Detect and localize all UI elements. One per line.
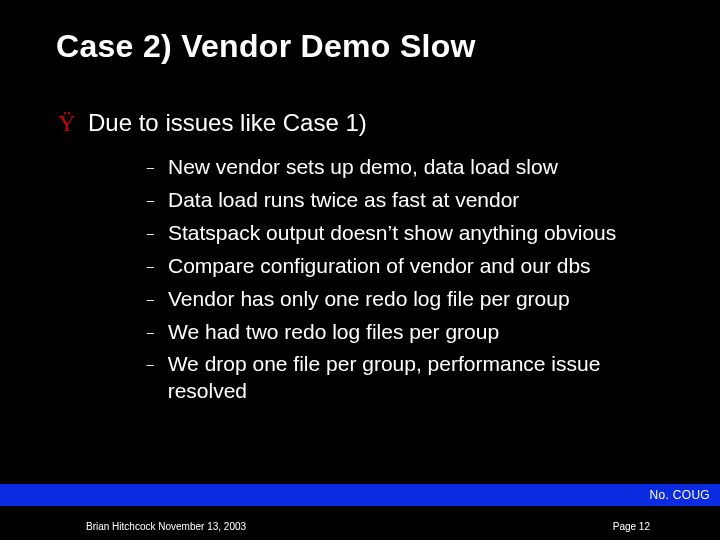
list-item-text: Vendor has only one redo log file per gr… (168, 286, 570, 313)
list-item: – Compare configuration of vendor and ou… (146, 253, 664, 280)
list-item-text: Data load runs twice as fast at vendor (168, 187, 519, 214)
slide: Case 2) Vendor Demo Slow Ÿ Due to issues… (0, 0, 720, 540)
slide-title: Case 2) Vendor Demo Slow (0, 0, 720, 65)
list-item: – We had two redo log files per group (146, 319, 664, 346)
dash-icon: – (146, 292, 154, 307)
list-item: – Statspack output doesn’t show anything… (146, 220, 664, 247)
list-item-text: New vendor sets up demo, data load slow (168, 154, 558, 181)
dash-icon: – (146, 325, 154, 340)
footer-author-date: Brian Hitchcock November 13, 2003 (86, 521, 246, 532)
list-item: – Data load runs twice as fast at vendor (146, 187, 664, 214)
list-item-text: Statspack output doesn’t show anything o… (168, 220, 616, 247)
list-item-text: Compare configuration of vendor and our … (168, 253, 591, 280)
footer-meta: Brian Hitchcock November 13, 2003 Page 1… (0, 521, 720, 532)
footer-bar: No. COUG (0, 484, 720, 506)
dash-icon: – (146, 160, 154, 175)
lead-text: Due to issues like Case 1) (88, 107, 367, 138)
lead-bullet-icon: Ÿ (56, 111, 78, 135)
list-item-text: We had two redo log files per group (168, 319, 499, 346)
footer-brand: No. COUG (650, 488, 710, 502)
dash-icon: – (146, 226, 154, 241)
dash-icon: – (146, 193, 154, 208)
list-item: – We drop one file per group, performanc… (146, 351, 664, 405)
footer-page-number: Page 12 (613, 521, 650, 532)
dash-icon: – (146, 259, 154, 274)
slide-body: Ÿ Due to issues like Case 1) – New vendo… (0, 65, 720, 405)
lead-row: Ÿ Due to issues like Case 1) (56, 107, 664, 138)
list-item: – New vendor sets up demo, data load slo… (146, 154, 664, 181)
dash-icon: – (146, 357, 154, 372)
list-item-text: We drop one file per group, performance … (168, 351, 664, 405)
sub-bullet-list: – New vendor sets up demo, data load slo… (56, 154, 664, 405)
list-item: – Vendor has only one redo log file per … (146, 286, 664, 313)
